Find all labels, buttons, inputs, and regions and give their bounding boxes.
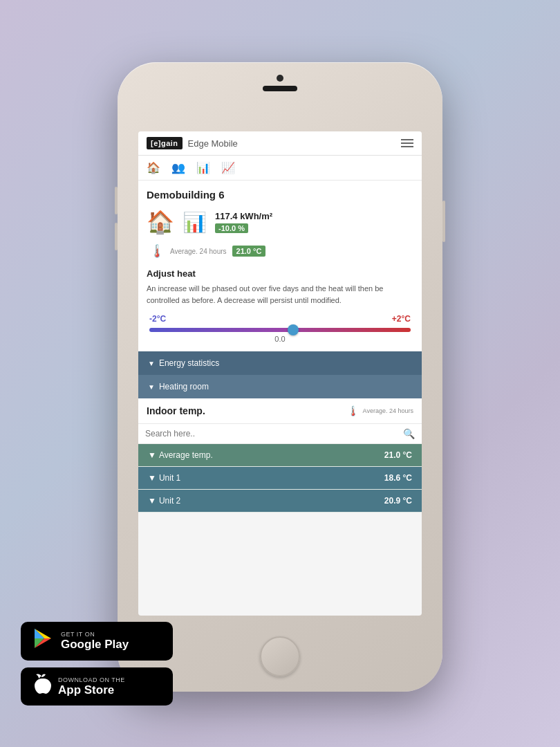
front-camera [277, 75, 283, 82]
building-title: Demobuilding 6 [147, 189, 413, 201]
room-temp-avg: 21.0 °C [384, 450, 412, 460]
heating-room-chevron: ▼ [148, 383, 155, 391]
nav-chart-icon[interactable]: 📊 [196, 161, 210, 174]
app-store-sub: Download on the [58, 676, 125, 683]
phone-shell: [e]gain Edge Mobile 🏠 👥 📊 📈 Demobuilding… [118, 62, 442, 692]
google-play-icon [32, 627, 54, 655]
search-input[interactable] [145, 429, 403, 439]
room-label-unit2: Unit 2 [159, 496, 180, 506]
room-chevron-unit2: ▼ [148, 496, 156, 506]
room-name-avg: ▼ Average temp. [148, 450, 213, 460]
indoor-title: Indoor temp. [147, 405, 205, 416]
energy-stats: 117.4 kWh/m² -10.0 % [215, 211, 413, 234]
bar-chart-icon: 📊 [183, 211, 207, 234]
thermometer-icon: 🌡️ [149, 243, 165, 259]
google-play-name: Google Play [61, 638, 129, 652]
nav-stats-icon[interactable]: 📈 [221, 161, 235, 174]
indoor-header: Indoor temp. 🌡️ Average. 24 hours [138, 398, 422, 424]
phone-screen: [e]gain Edge Mobile 🏠 👥 📊 📈 Demobuilding… [138, 131, 422, 616]
google-play-text: GET IT ON Google Play [61, 631, 129, 652]
app-logo: [e]gain [147, 137, 183, 149]
app-header: [e]gain Edge Mobile [138, 131, 422, 156]
energy-stats-section[interactable]: ▼ Energy statistics [138, 351, 422, 375]
power-button [442, 201, 445, 242]
vol-down-button [115, 223, 118, 250]
energy-stats-chevron: ▼ [148, 360, 155, 367]
room-row-unit1[interactable]: ▼ Unit 1 18.6 °C [138, 467, 422, 490]
avg-temp-badge: 21.0 °C [232, 246, 266, 257]
room-chevron-avg: ▼ [148, 450, 156, 460]
store-badges: GET IT ON Google Play Download on the Ap… [21, 622, 173, 706]
google-play-sub: GET IT ON [61, 631, 129, 638]
room-row-unit2[interactable]: ▼ Unit 2 20.9 °C [138, 490, 422, 513]
energy-row: 🏠 📊 117.4 kWh/m² -10.0 % [147, 209, 413, 235]
room-name-unit2: ▼ Unit 2 [148, 496, 180, 506]
room-temp-unit2: 20.9 °C [384, 496, 412, 506]
search-bar: 🔍 [138, 424, 422, 444]
energy-badge: -10.0 % [215, 223, 248, 233]
room-chevron-unit1: ▼ [148, 473, 156, 483]
app-store-icon [32, 673, 51, 700]
adjust-heat-title: Adjust heat [147, 268, 413, 279]
slider-labels: -2°C +2°C [149, 314, 411, 324]
app-nav: 🏠 👥 📊 📈 [138, 156, 422, 181]
slider-thumb[interactable] [288, 324, 299, 335]
vol-up-button [115, 187, 118, 214]
room-label-unit1: Unit 1 [159, 473, 180, 483]
slider-min-label: -2°C [149, 314, 166, 324]
indoor-avg-label: Average. 24 hours [363, 407, 413, 414]
slider-container: -2°C +2°C 0.0 [147, 314, 413, 343]
phone-top-sensors [263, 75, 297, 91]
home-button[interactable] [260, 636, 300, 676]
search-icon[interactable]: 🔍 [403, 428, 415, 439]
logo-area: [e]gain Edge Mobile [147, 137, 238, 149]
slider-value: 0.0 [149, 335, 411, 343]
app-store-badge[interactable]: Download on the App Store [21, 667, 173, 706]
speaker [263, 86, 297, 91]
heating-room-label: Heating room [159, 382, 209, 391]
house-icon: 🏠 [147, 209, 174, 235]
heating-room-section[interactable]: ▼ Heating room [138, 375, 422, 398]
avg-label: Average. 24 hours [170, 248, 227, 255]
hamburger-menu[interactable] [401, 139, 413, 147]
nav-people-icon[interactable]: 👥 [171, 161, 185, 174]
app-title: Edge Mobile [188, 138, 238, 149]
energy-value: 117.4 kWh/m² [215, 211, 413, 221]
adjust-heat-desc: An increase will be phased out over five… [147, 283, 413, 306]
app-store-text: Download on the App Store [58, 676, 125, 697]
energy-change: -10.0 % [215, 221, 413, 234]
temp-row: 🌡️ Average. 24 hours 21.0 °C [147, 243, 413, 259]
room-name-unit1: ▼ Unit 1 [148, 473, 180, 483]
room-label-avg: Average temp. [159, 450, 213, 460]
nav-home-icon[interactable]: 🏠 [147, 161, 160, 174]
indoor-thermometer-icon: 🌡️ [347, 405, 359, 416]
google-play-badge[interactable]: GET IT ON Google Play [21, 622, 173, 661]
slider-track[interactable] [149, 328, 411, 332]
app-store-name: App Store [58, 683, 125, 697]
energy-stats-label: Energy statistics [159, 358, 219, 368]
slider-max-label: +2°C [392, 314, 411, 324]
app-content: Demobuilding 6 🏠 📊 117.4 kWh/m² -10.0 % … [138, 181, 422, 351]
room-row-avg[interactable]: ▼ Average temp. 21.0 °C [138, 444, 422, 467]
room-temp-unit1: 18.6 °C [384, 473, 412, 483]
